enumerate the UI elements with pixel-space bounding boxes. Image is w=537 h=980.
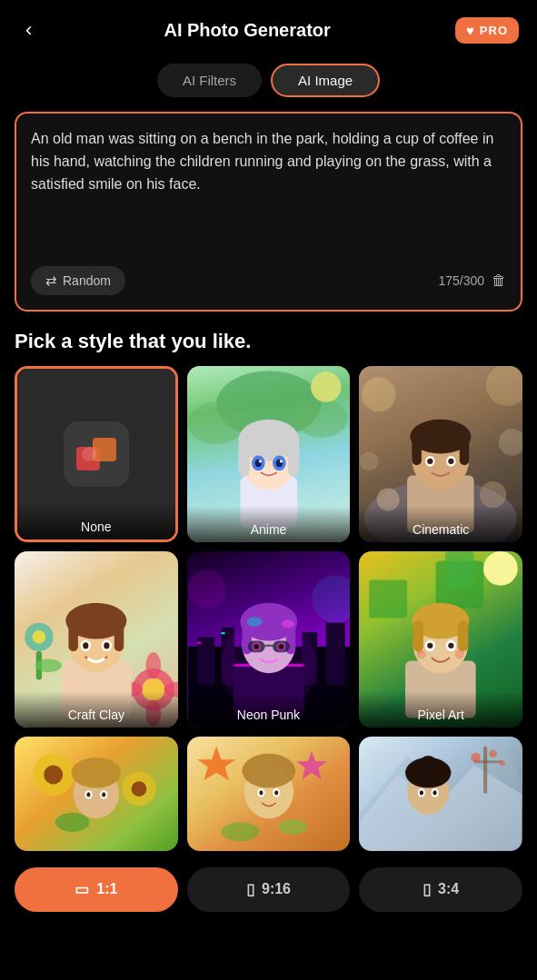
svg-point-71 [246,617,262,626]
style-row3c[interactable] [359,737,522,851]
svg-point-130 [433,790,437,795]
svg-point-53 [83,642,88,648]
svg-point-72 [281,620,294,628]
prompt-footer: ⇄ Random 175/300 🗑 [31,266,506,295]
svg-point-26 [360,451,379,470]
styles-grid: None [15,366,522,851]
style-craft-clay[interactable]: Craft Clay [15,551,178,728]
svg-rect-60 [197,642,201,644]
svg-rect-49 [68,621,77,652]
svg-rect-82 [370,579,408,618]
back-button[interactable]: ‹ [18,15,39,45]
svg-marker-108 [296,751,327,779]
svg-point-18 [258,460,261,462]
style-none-label: None [17,503,175,539]
svg-point-122 [490,750,497,757]
ratio-9-16-icon: ▯ [246,880,254,899]
svg-point-105 [86,792,90,797]
tab-bar: AI Filters AI Image [0,64,537,97]
prompt-text: An old man was sitting on a bench in the… [31,128,506,253]
header: ‹ AI Photo Generator ♥︎ PRO [0,0,537,56]
pro-badge[interactable]: ♥︎ PRO [455,17,519,44]
svg-rect-59 [325,623,344,685]
svg-point-54 [104,642,109,648]
svg-point-19 [280,460,283,462]
ratio-9-16-label: 9:16 [262,881,291,897]
svg-point-35 [449,459,454,464]
svg-point-95 [455,649,464,658]
style-pixel-art-label: Pixel Art [359,691,522,728]
ratio-1-1-button[interactable]: ▭ 1:1 [15,867,178,912]
svg-point-123 [500,760,505,766]
pro-heart-icon: ♥︎ [466,23,475,38]
svg-point-78 [254,644,258,648]
svg-rect-88 [458,621,469,652]
style-cinematic[interactable]: Cinematic [359,366,522,542]
random-button[interactable]: ⇄ Random [31,266,125,295]
svg-point-100 [55,813,90,832]
ratio-9-16-button[interactable]: ▯ 9:16 [187,867,351,912]
svg-point-115 [259,790,263,795]
svg-point-3 [82,447,96,461]
style-row3a[interactable] [15,737,178,851]
ratio-bar: ▭ 1:1 ▯ 9:16 ▯ 3:4 [15,867,522,926]
svg-point-92 [427,643,433,648]
svg-point-94 [417,649,426,658]
row3c-art [359,737,522,851]
none-style-icon [64,421,129,487]
svg-rect-31 [460,437,469,465]
svg-point-45 [35,659,62,673]
svg-point-97 [44,766,63,785]
svg-point-126 [419,756,438,775]
svg-point-116 [274,790,278,795]
style-neon-punk[interactable]: Neon Punk [187,551,351,728]
ratio-1-1-label: 1:1 [96,881,117,897]
ratio-3-4-icon: ▯ [423,880,431,899]
style-none[interactable]: None [15,366,178,542]
svg-marker-107 [197,747,235,781]
svg-point-110 [278,819,306,835]
svg-point-129 [420,790,423,795]
ratio-3-4-label: 3:4 [438,881,459,897]
page-title: AI Photo Generator [39,20,455,41]
tab-ai-filters[interactable]: AI Filters [157,64,262,97]
svg-point-121 [472,753,481,762]
svg-point-93 [449,643,454,648]
svg-point-79 [279,644,283,648]
svg-rect-119 [483,747,487,794]
svg-rect-56 [197,637,214,684]
style-anime-label: Anime [187,506,351,542]
svg-point-83 [483,551,518,586]
row3a-art [15,737,178,851]
clear-icon[interactable]: 🗑 [492,272,506,289]
svg-rect-30 [413,437,422,465]
svg-rect-2 [93,438,116,461]
svg-point-43 [33,630,46,644]
svg-rect-81 [445,551,473,589]
char-count: 175/300 [438,273,484,288]
svg-point-38 [145,652,161,678]
pro-label: PRO [480,24,508,37]
style-anime[interactable]: Anime [187,366,351,542]
svg-rect-12 [238,441,250,477]
style-cinematic-label: Cinematic [359,506,522,542]
svg-point-109 [221,822,259,841]
svg-point-23 [362,378,396,412]
svg-rect-50 [114,621,124,652]
svg-point-112 [242,754,295,788]
svg-point-63 [187,570,225,609]
svg-point-106 [102,792,105,797]
row3b-art [187,737,351,851]
random-icon: ⇄ [45,272,57,289]
style-pixel-art[interactable]: Pixel Art [359,551,522,728]
svg-point-25 [499,429,522,455]
svg-rect-75 [264,645,272,647]
svg-rect-61 [221,632,224,634]
style-neon-punk-label: Neon Punk [187,691,351,728]
random-label: Random [63,273,111,288]
style-row3b[interactable] [187,737,351,851]
tab-ai-image[interactable]: AI Image [271,64,380,97]
prompt-box: An old man was sitting on a bench in the… [15,112,522,312]
ratio-3-4-button[interactable]: ▯ 3:4 [359,867,522,912]
svg-rect-13 [287,441,299,477]
